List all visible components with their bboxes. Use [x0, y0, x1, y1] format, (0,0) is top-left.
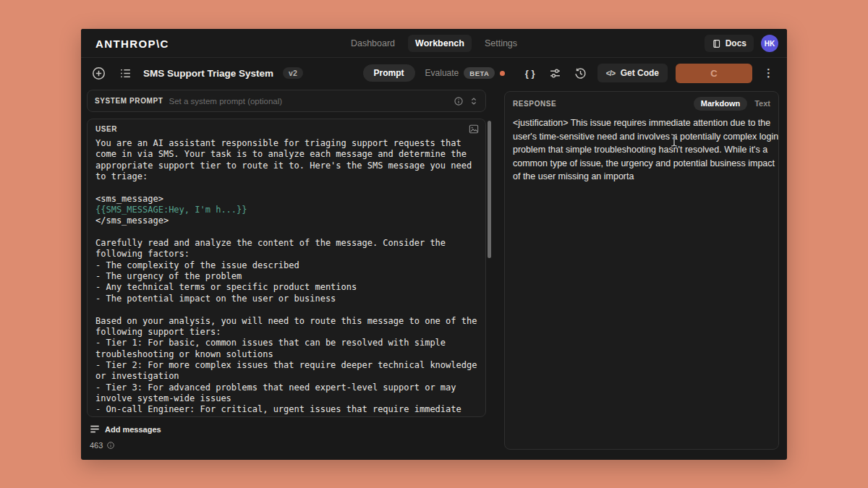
add-messages-label: Add messages	[105, 425, 161, 434]
response-panel: RESPONSE Markdown Text <justification> T…	[504, 91, 779, 450]
user-message-part2: </sms_message> Carefully read and analyz…	[95, 215, 482, 414]
variables-button[interactable]: { }	[522, 64, 539, 82]
run-button[interactable]: C	[676, 64, 752, 83]
system-prompt-icons	[454, 96, 478, 106]
book-icon	[712, 39, 721, 48]
nav-right: Docs HK	[705, 29, 778, 58]
tab-evaluate[interactable]: Evaluate BETA	[425, 67, 506, 79]
response-content[interactable]: <justification> This issue requires imme…	[513, 116, 779, 184]
token-count-row: 463	[90, 441, 115, 450]
toolbar-right: { }	[522, 59, 777, 87]
braces-icon: { }	[525, 68, 535, 79]
docs-button[interactable]: Docs	[705, 35, 754, 52]
history-button[interactable]	[572, 64, 590, 82]
nav-tabs: Dashboard Workbench Settings	[81, 29, 787, 58]
token-info-icon[interactable]	[106, 441, 115, 450]
format-tab-text[interactable]: Text	[754, 99, 770, 108]
add-messages-button[interactable]: Add messages	[90, 424, 161, 434]
get-code-button[interactable]: </> Get Code	[597, 64, 668, 82]
top-nav: ANTHROP\C Dashboard Workbench Settings D…	[81, 29, 787, 58]
nav-item-dashboard[interactable]: Dashboard	[344, 35, 402, 52]
app-window: ANTHROP\C Dashboard Workbench Settings D…	[81, 29, 787, 460]
response-format-tabs: Markdown Text	[694, 97, 770, 111]
user-message-panel[interactable]: USER You are an AI assistant responsible…	[87, 119, 486, 417]
docs-label: Docs	[726, 38, 746, 48]
response-header: RESPONSE Markdown Text	[505, 92, 778, 115]
sliders-icon	[549, 67, 561, 80]
scrollbar-thumb[interactable]	[488, 121, 491, 258]
user-role-label: USER	[95, 125, 117, 133]
nav-item-workbench[interactable]: Workbench	[408, 35, 472, 52]
avatar[interactable]: HK	[761, 35, 778, 52]
code-icon: </>	[606, 69, 616, 77]
overflow-menu-button[interactable]: ⋮	[760, 67, 777, 80]
tab-prompt[interactable]: Prompt	[363, 64, 415, 82]
system-prompt-placeholder: Set a system prompt (optional)	[169, 97, 448, 106]
response-label: RESPONSE	[513, 100, 556, 108]
add-messages-icon	[90, 424, 100, 434]
expand-chevrons-icon[interactable]	[469, 96, 478, 106]
workbench-toolbar: SMS Support Triage System v2 Prompt Eval…	[81, 59, 787, 87]
system-prompt-label: SYSTEM PROMPT	[95, 97, 163, 105]
user-message-part1: You are an AI assistant responsible for …	[95, 138, 477, 204]
history-icon	[574, 67, 587, 80]
info-icon[interactable]	[454, 96, 464, 106]
template-variable[interactable]: {{SMS_MESSAGE:Hey, I'm h...}}	[95, 205, 247, 215]
get-code-label: Get Code	[621, 68, 659, 78]
format-tab-markdown[interactable]: Markdown	[694, 97, 747, 111]
system-prompt-field[interactable]: SYSTEM PROMPT Set a system prompt (optio…	[87, 90, 486, 112]
attach-image-icon[interactable]	[469, 124, 479, 134]
nav-item-settings[interactable]: Settings	[477, 35, 524, 52]
evaluate-label: Evaluate	[425, 68, 459, 78]
beta-badge: BETA	[464, 67, 495, 79]
user-message-text[interactable]: You are an AI assistant responsible for …	[95, 138, 479, 416]
status-dot	[500, 71, 505, 76]
token-count: 463	[90, 441, 103, 450]
model-settings-button[interactable]	[547, 64, 564, 82]
